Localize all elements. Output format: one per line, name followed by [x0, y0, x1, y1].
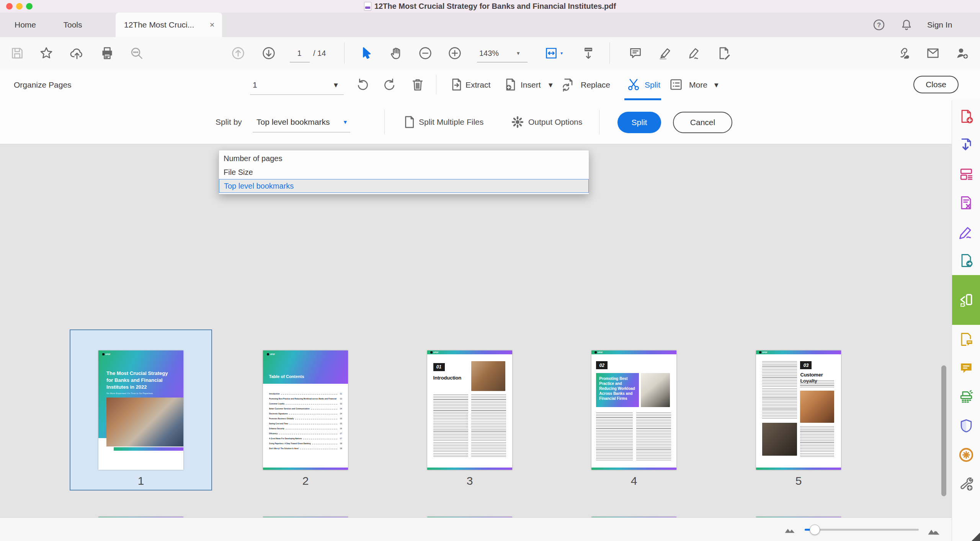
more-caret-icon[interactable]: ▾ — [714, 69, 719, 100]
page-total-label: / 14 — [313, 37, 326, 69]
replace-button[interactable]: Replace — [581, 69, 610, 100]
thumbnail-size-slider-track[interactable] — [805, 529, 919, 531]
split-by-select-caret-icon[interactable]: ▼ — [343, 100, 348, 144]
email-icon[interactable] — [925, 46, 941, 61]
sidebar-tool-comment[interactable] — [952, 354, 980, 383]
edit-page-icon[interactable] — [716, 46, 732, 61]
page-thumbnail-1[interactable]: UPDFThe Most Crucial Strategyfor Banks a… — [98, 350, 183, 470]
tab-close-icon[interactable]: ✕ — [207, 20, 217, 29]
more-icon[interactable] — [668, 77, 684, 92]
sidebar-tool-organize-pages[interactable] — [952, 275, 980, 325]
dropdown-option[interactable]: File Size — [219, 165, 589, 179]
sidebar-tool-edit-pdf[interactable] — [952, 160, 980, 189]
sidebar-tool-export-pdf[interactable] — [952, 131, 980, 160]
save-icon[interactable] — [10, 46, 25, 61]
search-icon[interactable] — [129, 46, 144, 61]
page-range-caret-icon[interactable]: ▾ — [334, 69, 338, 100]
dropdown-option[interactable]: Number of pages — [219, 152, 589, 165]
split-multiple-files-button[interactable]: Split Multiple Files — [419, 100, 483, 144]
page-thumbnail-4[interactable]: UPDF02Promoting Best Practice and Reduci… — [591, 350, 676, 470]
split-tab[interactable]: Split — [645, 69, 660, 100]
split-tool-icon[interactable] — [626, 77, 641, 92]
pdf-tools-icon — [958, 194, 975, 211]
sidebar-tool-request-signature[interactable] — [952, 325, 980, 354]
add-user-icon[interactable] — [954, 46, 970, 61]
delete-page-icon[interactable] — [410, 77, 425, 92]
split-confirm-button[interactable]: Split — [617, 112, 661, 133]
thumbnail-size-slider-handle[interactable] — [810, 525, 820, 535]
organize-pages-title: Organize Pages — [14, 69, 72, 100]
fit-width-caret-icon[interactable]: ▾ — [560, 37, 563, 69]
favorite-icon[interactable] — [39, 46, 54, 61]
extract-icon[interactable] — [449, 77, 464, 92]
extract-button[interactable]: Extract — [466, 69, 490, 100]
tab-home[interactable]: Home — [9, 13, 41, 37]
thumbnail-smaller-icon[interactable] — [784, 524, 795, 535]
page-thumbnail-grid: UPDFThe Most Crucial Strategyfor Banks a… — [0, 144, 952, 517]
zoom-window-button[interactable] — [26, 3, 33, 10]
zoom-in-icon[interactable] — [447, 46, 462, 61]
page-number-input[interactable]: 1 — [292, 37, 307, 69]
dropdown-option[interactable]: Top level bookmarks — [219, 179, 589, 193]
previous-page-icon[interactable] — [230, 46, 246, 61]
insert-caret-icon[interactable]: ▾ — [549, 69, 553, 100]
edit-pdf-icon — [958, 166, 975, 183]
page-scroll-mode-icon[interactable] — [581, 46, 596, 61]
page-range-input[interactable]: 1 — [253, 69, 257, 100]
share-link-icon[interactable] — [896, 46, 911, 61]
split-multiple-files-icon[interactable] — [401, 114, 416, 130]
page-thumbnail-5[interactable]: UPDF03Customer Loyalty — [756, 350, 841, 470]
upload-cloud-icon[interactable] — [69, 46, 85, 61]
replace-icon[interactable] — [560, 77, 576, 92]
output-options-gear-icon[interactable] — [510, 114, 525, 130]
tab-document[interactable]: 12The Most Cruci... ✕ — [116, 13, 222, 37]
tab-bar: Home Tools 12The Most Cruci... ✕ ? Sign … — [0, 13, 980, 37]
close-organize-button[interactable]: Close — [913, 76, 959, 93]
rotate-left-icon[interactable] — [355, 77, 371, 92]
sidebar-tool-ocr-scan[interactable] — [952, 383, 980, 412]
page-thumbnail-2[interactable]: UPDFTable of ContentsIntroduction01Promo… — [263, 350, 348, 470]
sidebar-tool-create-pdf[interactable] — [952, 102, 980, 131]
insert-icon[interactable] — [503, 77, 518, 92]
sidebar-tool-more-tools[interactable] — [952, 469, 980, 499]
split-by-dropdown-menu: Number of pagesFile SizeTop level bookma… — [219, 150, 589, 194]
minimize-window-button[interactable] — [16, 3, 23, 10]
tab-tools[interactable]: Tools — [60, 13, 85, 37]
print-icon[interactable] — [100, 46, 115, 61]
sidebar-tool-share-pdf[interactable] — [952, 246, 980, 275]
help-icon[interactable]: ? — [872, 18, 886, 32]
window-title: 12The Most Crucial Strategy for Banks an… — [374, 2, 616, 11]
more-button[interactable]: More — [689, 69, 707, 100]
sidebar-tool-automate[interactable] — [952, 440, 980, 469]
insert-button[interactable]: Insert — [521, 69, 541, 100]
rotate-right-icon[interactable] — [382, 77, 397, 92]
toolbar-separator — [344, 42, 345, 64]
thumbnail-larger-icon[interactable] — [926, 524, 942, 537]
close-window-button[interactable] — [6, 3, 13, 10]
highlighter-icon[interactable] — [657, 46, 673, 61]
zoom-level-value[interactable]: 143% — [479, 37, 499, 69]
select-tool-icon[interactable] — [359, 46, 374, 61]
notifications-icon[interactable] — [900, 18, 913, 32]
output-options-button[interactable]: Output Options — [528, 100, 582, 144]
fit-width-icon[interactable] — [544, 46, 559, 61]
sidebar-tool-protect[interactable] — [952, 412, 980, 441]
automate-icon — [958, 446, 975, 463]
resize-grip[interactable] — [972, 533, 980, 541]
sign-in-button[interactable]: Sign In — [927, 13, 952, 37]
cancel-button[interactable]: Cancel — [673, 112, 732, 133]
request-signature-icon — [958, 331, 975, 348]
next-page-icon[interactable] — [261, 46, 276, 61]
signature-pen-icon[interactable] — [687, 46, 702, 61]
comment-tool-icon[interactable] — [628, 46, 643, 61]
sidebar-tool-pdf-tools[interactable] — [952, 189, 980, 218]
page-thumbnail-3[interactable]: UPDF01Introduction — [427, 350, 512, 470]
zoom-caret-icon[interactable]: ▾ — [517, 37, 520, 69]
split-by-select[interactable]: Top level bookmarks — [256, 100, 330, 144]
zoom-out-icon[interactable] — [418, 46, 433, 61]
vertical-scrollbar[interactable] — [941, 365, 946, 496]
organize-pages-bar: Organize Pages 1 ▾ Extract Insert ▾ Repl… — [0, 69, 980, 101]
svg-text:?: ? — [877, 21, 881, 28]
hand-tool-icon[interactable] — [388, 46, 403, 61]
sidebar-tool-fill-sign[interactable] — [952, 217, 980, 246]
